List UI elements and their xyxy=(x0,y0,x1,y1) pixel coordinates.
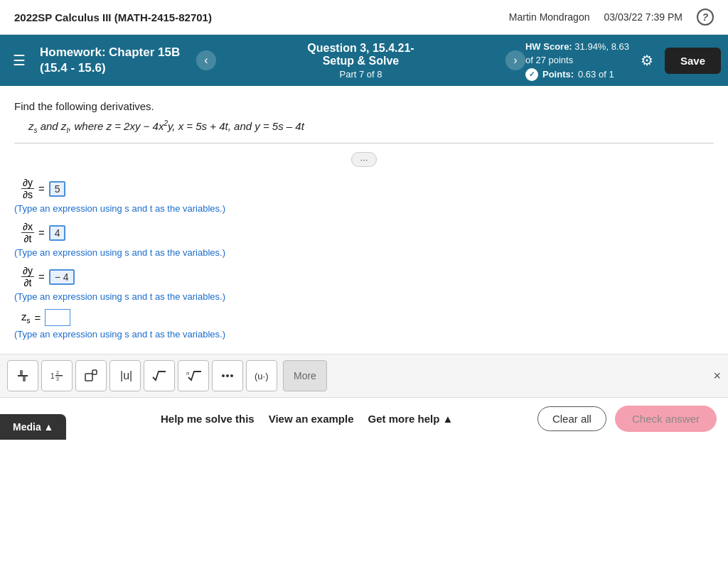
sqrt-button[interactable] xyxy=(144,360,175,391)
denominator-2: ∂t xyxy=(23,233,33,244)
hw-score-denom: of 27 points xyxy=(525,53,629,67)
question-info: Question 3, 15.4.21- Setup & Solve Part … xyxy=(223,42,498,80)
save-button[interactable]: Save xyxy=(665,48,721,74)
datetime: 03/03/22 7:39 PM xyxy=(604,11,682,23)
svg-text:2: 2 xyxy=(56,370,59,375)
check-answer-button[interactable]: Check answer xyxy=(615,406,717,432)
mixed-fraction-icon: 1 2 3 xyxy=(49,368,65,384)
svg-text:|u|: |u| xyxy=(120,369,132,381)
equals-4: = xyxy=(35,312,41,324)
parens-icon: (u·) xyxy=(254,368,269,384)
superscript-button[interactable] xyxy=(75,360,107,391)
svg-rect-7 xyxy=(85,374,92,381)
answer-input-4[interactable] xyxy=(45,309,70,326)
superscript-icon xyxy=(83,368,99,384)
fraction-3: ∂y ∂t xyxy=(21,265,34,288)
fraction-button[interactable] xyxy=(7,360,38,391)
hint-2: (Type an expression using s and t as the… xyxy=(14,247,714,258)
svg-text:n: n xyxy=(186,370,189,376)
problem-instruction: Find the following derivatives. xyxy=(14,100,714,112)
answer-filled-3[interactable]: − 4 xyxy=(49,269,75,285)
hint-4: (Type an expression using s and t as the… xyxy=(14,329,714,340)
more-help-button[interactable]: Get more help ▲ xyxy=(368,407,454,430)
svg-rect-2 xyxy=(23,376,26,381)
settings-icon[interactable]: ⚙ xyxy=(641,52,653,69)
homework-chapter: Chapter 15B xyxy=(109,45,180,59)
svg-rect-8 xyxy=(92,370,97,374)
svg-text:1: 1 xyxy=(50,372,55,380)
top-bar: 2022SP Calculus III (MATH-2415-82701) Ma… xyxy=(0,0,728,35)
svg-text:3: 3 xyxy=(56,376,59,381)
denominator-1: ∂s xyxy=(21,189,34,200)
equation-row-3: ∂y ∂t = − 4 xyxy=(21,265,714,288)
main-content: Find the following derivatives. zs and z… xyxy=(0,86,728,354)
points-icon: ✓ xyxy=(525,68,538,81)
svg-point-12 xyxy=(226,374,229,377)
hw-score: HW Score: 31.94%, 8.63 of 27 points ✓ Po… xyxy=(525,40,629,82)
collapse-button[interactable]: ··· xyxy=(351,152,378,167)
divider xyxy=(14,143,714,143)
answer-row-1: ∂y ∂s = 5 xyxy=(21,177,714,200)
points-value: 0.63 of 1 xyxy=(578,67,614,82)
answer-row-2: ∂x ∂t = 4 xyxy=(21,221,714,244)
comma-button[interactable] xyxy=(212,360,243,391)
svg-rect-1 xyxy=(20,370,23,375)
nav-right: HW Score: 31.94%, 8.63 of 27 points ✓ Po… xyxy=(525,40,721,82)
nav-center: ‹ Question 3, 15.4.21- Setup & Solve Par… xyxy=(196,42,525,80)
equals-2: = xyxy=(38,227,45,239)
answer-row-3: ∂y ∂t = − 4 xyxy=(21,265,714,288)
denominator-3: ∂t xyxy=(23,277,33,288)
answer-filled-1[interactable]: 5 xyxy=(49,181,66,197)
homework-title: Homework: Chapter 15B (15.4 - 15.6) xyxy=(40,45,196,76)
answer-filled-2[interactable]: 4 xyxy=(49,225,66,241)
nav-bar: ☰ Homework: Chapter 15B (15.4 - 15.6) ‹ … xyxy=(0,35,728,86)
equals-3: = xyxy=(38,271,45,283)
numerator-3: ∂y xyxy=(21,265,34,277)
view-example-button[interactable]: View an example xyxy=(269,407,354,430)
absolute-value-button[interactable]: |u| xyxy=(109,360,141,391)
hw-score-label: HW Score: xyxy=(525,41,572,52)
fraction-1: ∂y ∂s xyxy=(21,177,34,200)
points-label: Points: xyxy=(542,67,574,82)
prev-question-button[interactable]: ‹ xyxy=(196,50,216,70)
svg-text:(u·): (u·) xyxy=(255,371,269,381)
hamburger-menu[interactable]: ☰ xyxy=(7,46,31,75)
hw-score-value: 31.94%, 8.63 xyxy=(574,41,629,52)
fraction-icon xyxy=(15,368,31,384)
question-part: Part 7 of 8 xyxy=(223,69,498,80)
bottom-right: Clear all Check answer xyxy=(537,406,717,432)
course-title: 2022SP Calculus III (MATH-2415-82701) xyxy=(14,11,212,23)
points-row: ✓ Points: 0.63 of 1 xyxy=(525,67,629,82)
zs-label: zs xyxy=(21,310,31,325)
equation-row-2: ∂x ∂t = 4 xyxy=(21,221,714,244)
toolbar-close-button[interactable]: × xyxy=(713,369,721,384)
svg-point-13 xyxy=(230,374,233,377)
numerator-2: ∂x xyxy=(21,221,34,233)
fraction-2: ∂x ∂t xyxy=(21,221,34,244)
svg-rect-0 xyxy=(18,375,28,376)
next-question-button[interactable]: › xyxy=(505,50,525,70)
parens-button[interactable]: (u·) xyxy=(246,360,277,391)
equation-row-4: zs = xyxy=(21,309,714,326)
nth-root-icon: n xyxy=(186,368,201,384)
svg-point-11 xyxy=(222,374,225,377)
username: Martin Mondragon xyxy=(509,11,590,23)
absolute-value-icon: |u| xyxy=(117,368,133,384)
numerator-1: ∂y xyxy=(21,177,34,189)
media-button[interactable]: Media ▲ xyxy=(0,414,66,440)
question-title: Question 3, 15.4.21- xyxy=(223,42,498,55)
help-icon[interactable]: ? xyxy=(697,9,714,26)
help-solve-button[interactable]: Help me solve this xyxy=(161,407,255,430)
nth-root-button[interactable]: n xyxy=(178,360,209,391)
comma-icon xyxy=(220,368,235,384)
hint-1: (Type an expression using s and t as the… xyxy=(14,203,714,214)
bottom-left: Help me solve this View an example Get m… xyxy=(161,407,453,430)
hint-3: (Type an expression using s and t as the… xyxy=(14,291,714,302)
question-subtitle: Setup & Solve xyxy=(223,55,498,67)
bottom-bar: Media ▲ Help me solve this View an examp… xyxy=(0,397,728,440)
answer-row-4: zs = xyxy=(21,309,714,326)
clear-all-button[interactable]: Clear all xyxy=(537,406,606,431)
more-button[interactable]: More xyxy=(283,360,327,391)
problem-formula: zs and zt, where z = 2xy − 4x2y, x = 5s … xyxy=(28,119,714,134)
mixed-fraction-button[interactable]: 1 2 3 xyxy=(41,360,73,391)
